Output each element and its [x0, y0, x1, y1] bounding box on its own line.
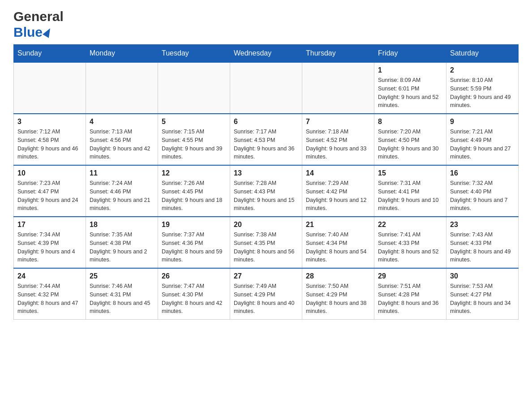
- day-number: 16: [450, 169, 515, 177]
- day-info: Sunrise: 8:10 AMSunset: 5:59 PMDaylight:…: [450, 76, 515, 110]
- day-number: 6: [234, 118, 298, 126]
- day-info: Sunrise: 7:51 AMSunset: 4:28 PMDaylight:…: [378, 282, 442, 316]
- calendar-cell: 7Sunrise: 7:18 AMSunset: 4:52 PMDaylight…: [302, 114, 374, 165]
- day-number: 23: [450, 221, 515, 229]
- day-info: Sunrise: 7:20 AMSunset: 4:50 PMDaylight:…: [378, 128, 442, 161]
- day-info: Sunrise: 7:44 AMSunset: 4:32 PMDaylight:…: [17, 282, 82, 316]
- day-info: Sunrise: 7:28 AMSunset: 4:43 PMDaylight:…: [234, 179, 298, 213]
- calendar-cell: 3Sunrise: 7:12 AMSunset: 4:58 PMDaylight…: [14, 114, 86, 165]
- weekday-header-row: SundayMondayTuesdayWednesdayThursdayFrid…: [14, 45, 519, 63]
- day-number: 21: [306, 221, 370, 229]
- day-number: 27: [234, 272, 298, 280]
- day-number: 1: [378, 66, 442, 74]
- day-info: Sunrise: 7:31 AMSunset: 4:41 PMDaylight:…: [378, 179, 442, 213]
- day-info: Sunrise: 7:26 AMSunset: 4:45 PMDaylight:…: [162, 179, 226, 213]
- calendar-cell: [86, 62, 158, 114]
- calendar-cell: 8Sunrise: 7:20 AMSunset: 4:50 PMDaylight…: [374, 114, 446, 165]
- day-number: 19: [162, 221, 226, 229]
- weekday-header-thursday: Thursday: [302, 45, 374, 63]
- calendar-cell: 1Sunrise: 8:09 AMSunset: 6:01 PMDaylight…: [374, 62, 446, 114]
- calendar-cell: 18Sunrise: 7:35 AMSunset: 4:38 PMDayligh…: [86, 217, 158, 268]
- calendar-week-4: 17Sunrise: 7:34 AMSunset: 4:39 PMDayligh…: [14, 217, 519, 268]
- calendar-cell: 16Sunrise: 7:32 AMSunset: 4:40 PMDayligh…: [446, 165, 519, 217]
- day-number: 18: [90, 221, 154, 229]
- calendar-cell: 2Sunrise: 8:10 AMSunset: 5:59 PMDaylight…: [446, 62, 519, 114]
- day-number: 2: [450, 66, 515, 74]
- weekday-header-sunday: Sunday: [14, 45, 86, 63]
- day-info: Sunrise: 7:13 AMSunset: 4:56 PMDaylight:…: [90, 128, 154, 161]
- weekday-header-monday: Monday: [86, 45, 158, 63]
- calendar-cell: 11Sunrise: 7:24 AMSunset: 4:46 PMDayligh…: [86, 165, 158, 217]
- day-number: 7: [306, 118, 370, 126]
- calendar-cell: 12Sunrise: 7:26 AMSunset: 4:45 PMDayligh…: [158, 165, 230, 217]
- calendar-cell: 13Sunrise: 7:28 AMSunset: 4:43 PMDayligh…: [230, 165, 302, 217]
- calendar-cell: 28Sunrise: 7:50 AMSunset: 4:29 PMDayligh…: [302, 268, 374, 320]
- day-number: 10: [17, 169, 82, 177]
- calendar-cell: 21Sunrise: 7:40 AMSunset: 4:34 PMDayligh…: [302, 217, 374, 268]
- day-number: 11: [90, 169, 154, 177]
- day-info: Sunrise: 7:41 AMSunset: 4:33 PMDaylight:…: [378, 231, 442, 264]
- day-info: Sunrise: 7:50 AMSunset: 4:29 PMDaylight:…: [306, 282, 370, 316]
- day-number: 4: [90, 118, 154, 126]
- day-info: Sunrise: 7:15 AMSunset: 4:55 PMDaylight:…: [162, 128, 226, 161]
- calendar-cell: 23Sunrise: 7:43 AMSunset: 4:33 PMDayligh…: [446, 217, 519, 268]
- calendar-week-3: 10Sunrise: 7:23 AMSunset: 4:47 PMDayligh…: [14, 165, 519, 217]
- page-header: General Blue: [13, 9, 519, 40]
- calendar-table: SundayMondayTuesdayWednesdayThursdayFrid…: [13, 44, 519, 320]
- calendar-cell: [302, 62, 374, 114]
- logo-triangle-icon: [43, 26, 53, 38]
- day-info: Sunrise: 7:35 AMSunset: 4:38 PMDaylight:…: [90, 231, 154, 264]
- calendar-cell: 25Sunrise: 7:46 AMSunset: 4:31 PMDayligh…: [86, 268, 158, 320]
- calendar-cell: 24Sunrise: 7:44 AMSunset: 4:32 PMDayligh…: [14, 268, 86, 320]
- day-info: Sunrise: 7:23 AMSunset: 4:47 PMDaylight:…: [17, 179, 82, 213]
- calendar-cell: [158, 62, 230, 114]
- day-info: Sunrise: 7:18 AMSunset: 4:52 PMDaylight:…: [306, 128, 370, 161]
- day-number: 14: [306, 169, 370, 177]
- day-info: Sunrise: 7:43 AMSunset: 4:33 PMDaylight:…: [450, 231, 515, 264]
- day-number: 22: [378, 221, 442, 229]
- day-info: Sunrise: 7:29 AMSunset: 4:42 PMDaylight:…: [306, 179, 370, 213]
- day-number: 13: [234, 169, 298, 177]
- calendar-cell: 20Sunrise: 7:38 AMSunset: 4:35 PMDayligh…: [230, 217, 302, 268]
- calendar-cell: 19Sunrise: 7:37 AMSunset: 4:36 PMDayligh…: [158, 217, 230, 268]
- weekday-header-tuesday: Tuesday: [158, 45, 230, 63]
- day-info: Sunrise: 7:40 AMSunset: 4:34 PMDaylight:…: [306, 231, 370, 264]
- weekday-header-wednesday: Wednesday: [230, 45, 302, 63]
- day-info: Sunrise: 7:12 AMSunset: 4:58 PMDaylight:…: [17, 128, 82, 161]
- calendar-cell: 22Sunrise: 7:41 AMSunset: 4:33 PMDayligh…: [374, 217, 446, 268]
- weekday-header-saturday: Saturday: [446, 45, 519, 63]
- calendar-week-1: 1Sunrise: 8:09 AMSunset: 6:01 PMDaylight…: [14, 62, 519, 114]
- logo: General Blue: [13, 9, 64, 40]
- calendar-cell: 6Sunrise: 7:17 AMSunset: 4:53 PMDaylight…: [230, 114, 302, 165]
- calendar-cell: 5Sunrise: 7:15 AMSunset: 4:55 PMDaylight…: [158, 114, 230, 165]
- day-number: 28: [306, 272, 370, 280]
- day-info: Sunrise: 7:37 AMSunset: 4:36 PMDaylight:…: [162, 231, 226, 264]
- day-info: Sunrise: 7:49 AMSunset: 4:29 PMDaylight:…: [234, 282, 298, 316]
- day-info: Sunrise: 7:46 AMSunset: 4:31 PMDaylight:…: [90, 282, 154, 316]
- calendar-week-2: 3Sunrise: 7:12 AMSunset: 4:58 PMDaylight…: [14, 114, 519, 165]
- calendar-cell: 14Sunrise: 7:29 AMSunset: 4:42 PMDayligh…: [302, 165, 374, 217]
- day-info: Sunrise: 7:47 AMSunset: 4:30 PMDaylight:…: [162, 282, 226, 316]
- day-info: Sunrise: 7:53 AMSunset: 4:27 PMDaylight:…: [450, 282, 515, 316]
- day-info: Sunrise: 7:21 AMSunset: 4:49 PMDaylight:…: [450, 128, 515, 161]
- day-info: Sunrise: 7:34 AMSunset: 4:39 PMDaylight:…: [17, 231, 82, 264]
- calendar-cell: [14, 62, 86, 114]
- calendar-cell: [230, 62, 302, 114]
- day-info: Sunrise: 7:32 AMSunset: 4:40 PMDaylight:…: [450, 179, 515, 213]
- calendar-cell: 17Sunrise: 7:34 AMSunset: 4:39 PMDayligh…: [14, 217, 86, 268]
- logo-blue-text: Blue: [13, 25, 43, 40]
- day-number: 8: [378, 118, 442, 126]
- day-info: Sunrise: 7:38 AMSunset: 4:35 PMDaylight:…: [234, 231, 298, 264]
- logo-general-text: General: [13, 9, 64, 25]
- calendar-cell: 29Sunrise: 7:51 AMSunset: 4:28 PMDayligh…: [374, 268, 446, 320]
- day-number: 24: [17, 272, 82, 280]
- calendar-cell: 27Sunrise: 7:49 AMSunset: 4:29 PMDayligh…: [230, 268, 302, 320]
- day-number: 29: [378, 272, 442, 280]
- day-number: 17: [17, 221, 82, 229]
- calendar-cell: 15Sunrise: 7:31 AMSunset: 4:41 PMDayligh…: [374, 165, 446, 217]
- weekday-header-friday: Friday: [374, 45, 446, 63]
- day-number: 20: [234, 221, 298, 229]
- calendar-cell: 4Sunrise: 7:13 AMSunset: 4:56 PMDaylight…: [86, 114, 158, 165]
- day-number: 25: [90, 272, 154, 280]
- day-number: 3: [17, 118, 82, 126]
